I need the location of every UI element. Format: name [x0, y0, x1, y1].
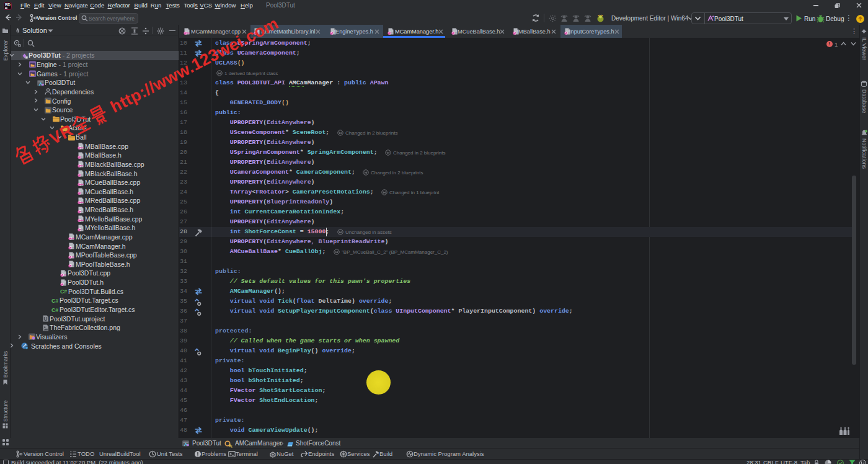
svg-text:C#: C#	[51, 297, 58, 303]
svg-text:C#: C#	[60, 288, 67, 295]
svg-text:C#: C#	[51, 306, 58, 313]
